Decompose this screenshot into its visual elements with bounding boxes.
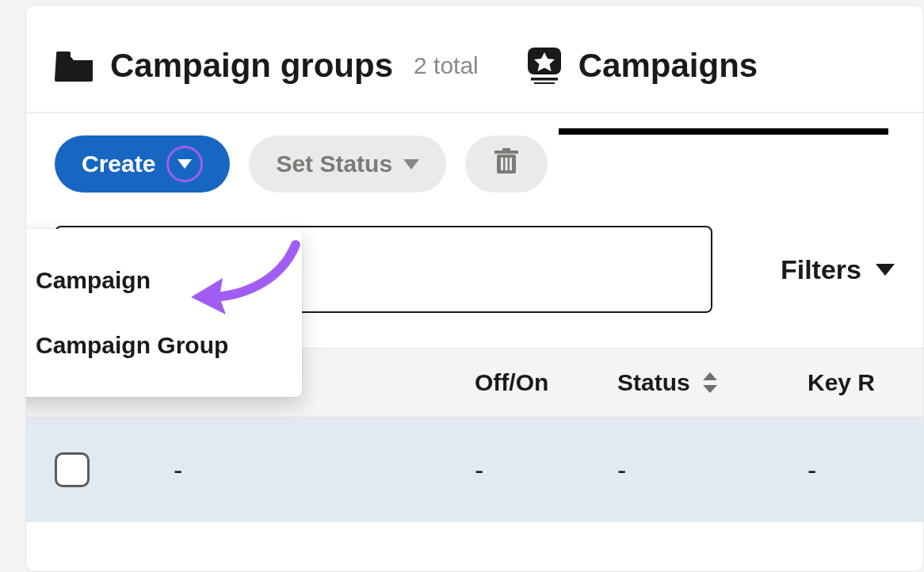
- set-status-label: Set Status: [276, 151, 392, 177]
- set-status-button[interactable]: Set Status: [249, 135, 446, 193]
- row-checkbox[interactable]: [55, 452, 90, 487]
- star-badge-icon: [526, 48, 563, 84]
- row-checkbox-cell: [55, 452, 150, 487]
- card: Campaign groups 2 total Campaigns Create: [25, 5, 924, 572]
- create-button-label: Create: [82, 151, 155, 177]
- tab-campaigns[interactable]: Campaigns: [526, 47, 758, 85]
- chevron-down-icon: [876, 264, 895, 276]
- svg-rect-9: [510, 158, 512, 170]
- col-key-results-label: Key R: [808, 369, 875, 395]
- svg-rect-6: [502, 148, 510, 151]
- col-status[interactable]: Status: [617, 369, 808, 396]
- sort-icon: [701, 372, 719, 393]
- create-caret-highlight: [166, 146, 203, 182]
- tab-groups-count: 2 total: [414, 52, 479, 79]
- row-key-cell: -: [808, 455, 895, 486]
- create-dropdown: Campaign Campaign Group: [25, 229, 302, 397]
- col-key-results[interactable]: Key R: [808, 369, 895, 396]
- filters-label: Filters: [781, 254, 861, 285]
- col-off-on[interactable]: Off/On: [475, 369, 617, 396]
- tab-campaigns-label: Campaigns: [578, 47, 758, 85]
- filters-button[interactable]: Filters: [781, 254, 895, 285]
- chevron-down-icon: [178, 159, 192, 169]
- row-name-cell: -: [150, 455, 475, 486]
- svg-rect-7: [501, 158, 503, 170]
- create-button[interactable]: Create: [55, 135, 230, 193]
- col-off-on-label: Off/On: [475, 369, 548, 395]
- col-status-label: Status: [617, 369, 690, 396]
- svg-rect-8: [506, 158, 508, 170]
- row-offon-cell: -: [475, 455, 617, 486]
- dropdown-item-label: Campaign Group: [36, 332, 228, 358]
- tabs-bar: Campaign groups 2 total Campaigns: [26, 6, 923, 113]
- dropdown-item-campaign-group[interactable]: Campaign Group: [25, 313, 302, 378]
- table-row[interactable]: - - - -: [26, 418, 923, 522]
- svg-rect-3: [534, 82, 555, 84]
- dropdown-item-label: Campaign: [36, 267, 151, 293]
- folder-icon: [55, 50, 94, 82]
- svg-rect-0: [56, 51, 71, 59]
- row-status-cell: -: [617, 455, 808, 486]
- tab-groups-label: Campaign groups: [110, 47, 393, 85]
- delete-button[interactable]: [465, 135, 548, 193]
- tab-campaign-groups[interactable]: Campaign groups 2 total: [55, 47, 479, 85]
- trash-icon: [494, 148, 518, 181]
- active-tab-underline: [559, 128, 888, 135]
- toolbar: Create Set Status: [26, 113, 923, 193]
- svg-rect-2: [531, 78, 558, 81]
- chevron-down-icon: [403, 159, 419, 170]
- dropdown-item-campaign[interactable]: Campaign: [25, 248, 302, 313]
